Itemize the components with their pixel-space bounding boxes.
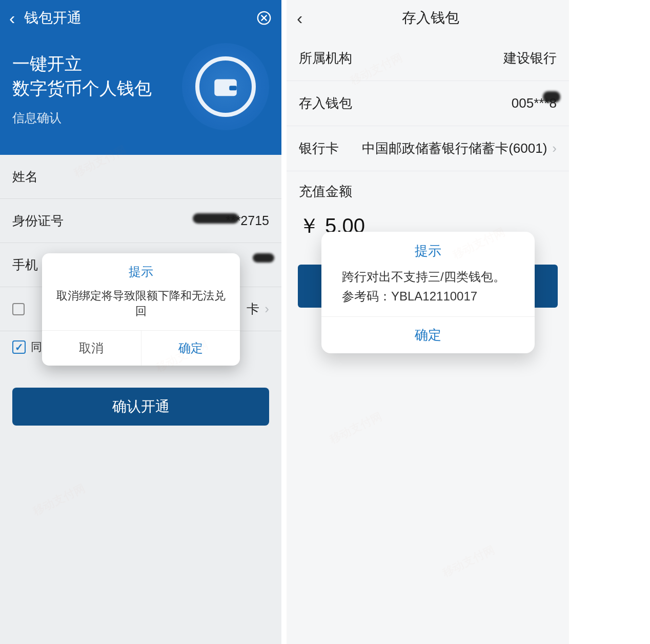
left-hero: 一键开立 数字货币个人钱包 信息确认 — [0, 36, 281, 155]
row-wallet-label: 存入钱包 — [299, 94, 512, 112]
redaction-mark — [193, 213, 239, 224]
close-icon[interactable] — [256, 10, 272, 26]
dialog-ok-button[interactable]: 确定 — [321, 316, 535, 353]
chevron-right-icon: › — [265, 301, 269, 317]
row-bind-card[interactable]: 卡 › — [0, 287, 281, 331]
agree-prefix: 同意 — [31, 339, 53, 355]
row-id[interactable]: 身份证号 ***2715 — [0, 199, 281, 243]
amount-label: 充值金额 — [287, 171, 569, 208]
row-org: 所属机构 建设银行 — [287, 36, 569, 81]
row-org-label: 所属机构 — [299, 49, 503, 67]
back-icon[interactable]: ‹ — [297, 8, 302, 28]
agreement-link[interactable]: 《开通数字货币个人钱包协议》 — [56, 339, 214, 355]
row-wallet[interactable]: 存入钱包 005***8 — [287, 81, 569, 126]
agree-checkbox[interactable]: ✓ — [12, 340, 26, 354]
checkbox-icon[interactable] — [12, 303, 25, 315]
row-name[interactable]: 姓名 — [0, 155, 281, 199]
right-titlebar: ‹ 存入钱包 — [287, 0, 569, 36]
row-bind-suffix: 卡 — [247, 300, 259, 317]
left-title: 钱包开通 — [24, 8, 256, 28]
row-card-value: 中国邮政储蓄银行储蓄卡(6001) — [362, 139, 547, 157]
svg-rect-2 — [229, 86, 237, 90]
agree-row: ✓ 同意 《开通数字货币个人钱包协议》 — [0, 331, 281, 355]
right-title: 存入钱包 — [325, 8, 536, 28]
left-screen: ‹ 钱包开通 一键开立 数字货币个人钱包 信息确认 姓名 身份证号 ***271… — [0, 0, 281, 644]
row-phone-label: 手机 — [12, 256, 269, 273]
left-titlebar: ‹ 钱包开通 — [0, 0, 281, 36]
row-org-value: 建设银行 — [503, 49, 557, 67]
submit-bar[interactable] — [298, 265, 558, 308]
chevron-right-icon: › — [552, 140, 557, 156]
row-name-label: 姓名 — [12, 168, 269, 185]
redaction-mark — [543, 91, 560, 103]
confirm-open-button[interactable]: 确认开通 — [12, 388, 269, 426]
row-phone[interactable]: 手机 — [0, 243, 281, 287]
right-screen: ‹ 存入钱包 所属机构 建设银行 存入钱包 005***8 银行卡 中国邮政储蓄… — [287, 0, 569, 644]
amount-value: ￥ 5.00 — [287, 208, 569, 254]
redaction-mark — [253, 253, 274, 263]
wallet-icon — [182, 43, 269, 130]
row-card[interactable]: 银行卡 中国邮政储蓄银行储蓄卡(6001) › — [287, 126, 569, 171]
row-card-label: 银行卡 — [299, 139, 362, 157]
back-icon[interactable]: ‹ — [9, 8, 15, 28]
